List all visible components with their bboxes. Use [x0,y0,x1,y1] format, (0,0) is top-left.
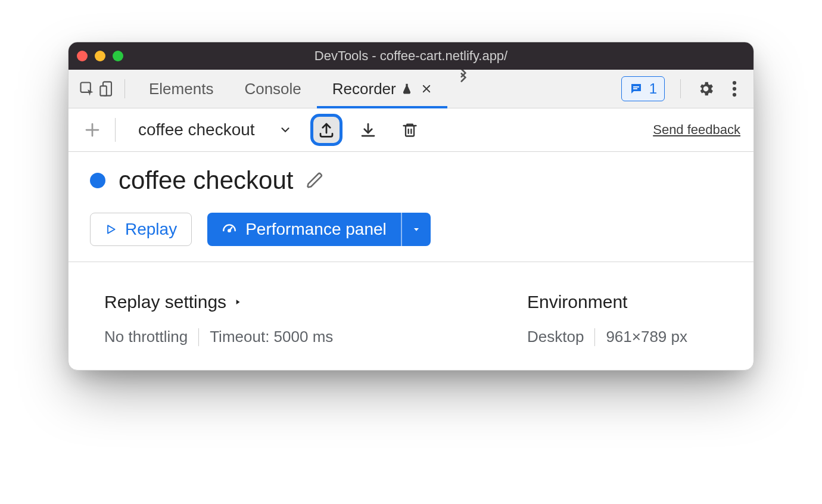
tab-recorder[interactable]: Recorder [317,70,447,108]
recording-select-label: coffee checkout [138,120,255,139]
window-titlebar: DevTools - coffee-cart.netlify.app/ [68,42,754,70]
replay-settings-column: Replay settings No throttling Timeout: 5… [104,292,333,346]
tab-label: Console [244,80,301,98]
tabs-overflow-button[interactable] [447,70,480,108]
zoom-window-button[interactable] [113,51,123,61]
tab-elements[interactable]: Elements [133,70,229,108]
devtools-window: DevTools - coffee-cart.netlify.app/ Elem… [68,42,754,371]
inspect-element-icon[interactable] [78,80,96,98]
more-options-icon[interactable] [725,79,744,98]
close-tab-icon[interactable] [421,83,432,94]
replay-button[interactable]: Replay [90,213,192,246]
performance-panel-dropdown[interactable] [401,213,431,246]
performance-panel-label: Performance panel [245,220,387,239]
device-toolbar-icon[interactable] [98,80,116,98]
caret-down-icon [412,225,421,234]
recording-title: coffee checkout [119,166,293,195]
play-icon [105,223,117,236]
window-traffic-lights [77,51,123,61]
recording-header: coffee checkout Replay [68,152,754,262]
export-recording-button[interactable] [313,117,340,143]
issues-chip[interactable]: 1 [621,76,665,101]
performance-panel-button-group: Performance panel [207,213,431,246]
pencil-icon [306,172,324,189]
divider [115,118,116,142]
svg-rect-8 [406,126,414,136]
svg-point-9 [228,229,230,231]
replay-label: Replay [125,220,177,239]
recorder-toolbar: coffee checkout [68,108,754,152]
divider [594,328,595,346]
gauge-icon [222,222,237,237]
flask-icon [401,82,413,95]
devtools-tabstrip: Elements Console Recorder [68,70,754,108]
edit-title-button[interactable] [306,172,324,189]
caret-right-icon [233,297,242,307]
environment-label: Environment [527,292,627,312]
svg-point-7 [733,93,736,97]
chat-icon [629,82,643,96]
export-icon [317,121,335,139]
tab-label: Recorder [332,80,396,98]
window-title: DevTools - coffee-cart.netlify.app/ [68,48,754,64]
close-window-button[interactable] [77,51,88,61]
tabs: Elements Console Recorder [133,70,480,108]
replay-settings-label: Replay settings [104,292,226,312]
settings-icon[interactable] [696,79,715,98]
send-feedback-link[interactable]: Send feedback [653,122,740,138]
issues-count: 1 [649,80,657,97]
svg-rect-3 [633,86,639,88]
tab-console[interactable]: Console [229,70,316,108]
environment-column: Environment Desktop 961×789 px [527,292,718,346]
recording-settings: Replay settings No throttling Timeout: 5… [68,262,754,370]
import-icon [359,121,377,139]
chevron-down-icon [279,123,292,136]
divider [680,79,681,98]
svg-point-6 [733,87,736,91]
minimize-window-button[interactable] [95,51,105,61]
delete-recording-button[interactable] [397,117,423,143]
recording-status-dot [90,173,105,188]
environment-heading: Environment [527,292,718,312]
tab-label: Elements [149,80,213,98]
recording-select[interactable]: coffee checkout [127,116,303,144]
device-value: Desktop [527,328,584,346]
import-recording-button[interactable] [355,117,381,143]
trash-icon [401,122,418,138]
timeout-value: Timeout: 5000 ms [210,328,333,346]
divider [198,328,199,346]
replay-settings-heading[interactable]: Replay settings [104,292,333,312]
throttling-value: No throttling [104,328,188,346]
new-recording-button[interactable] [82,119,103,141]
svg-point-5 [733,81,736,85]
divider [124,79,125,98]
svg-rect-4 [633,88,637,89]
viewport-value: 961×789 px [606,328,687,346]
svg-rect-2 [100,86,107,95]
performance-panel-button[interactable]: Performance panel [207,213,401,246]
